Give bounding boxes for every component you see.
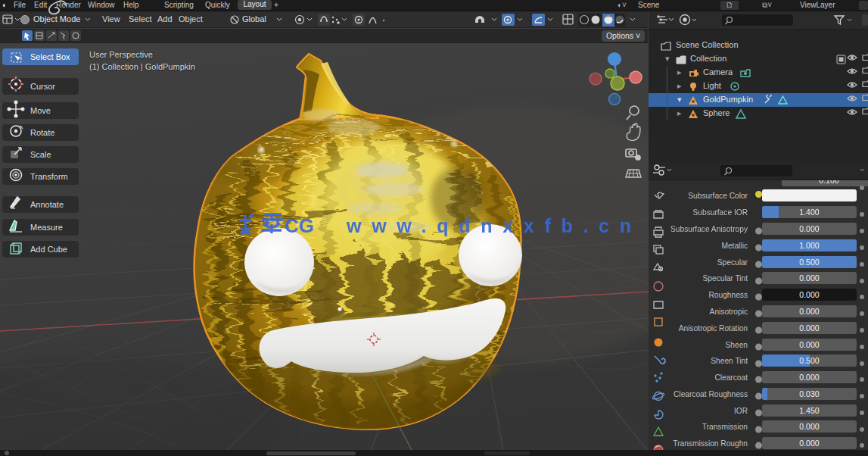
svg-text:CG: CG xyxy=(285,214,314,237)
